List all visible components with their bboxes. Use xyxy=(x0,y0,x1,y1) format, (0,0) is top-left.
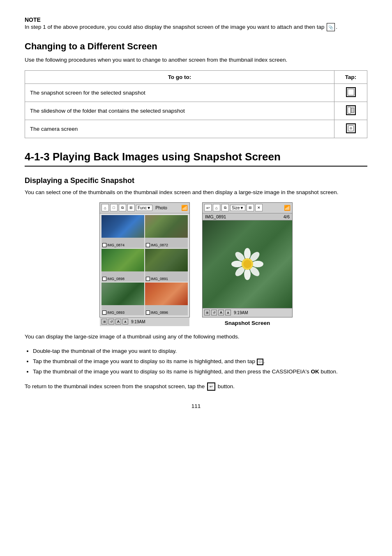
square-icon: □ xyxy=(110,204,118,211)
snap-image-area xyxy=(203,220,292,308)
flower-svg xyxy=(229,246,266,283)
section-413-heading: 4-1-3 Playing Back Images using Snapshot… xyxy=(25,151,367,167)
thumb-image-0893 xyxy=(101,283,144,305)
func-dropdown[interactable]: Func▼ xyxy=(136,205,152,211)
thumbnail-0898[interactable]: IMG_0898 xyxy=(101,249,144,282)
snap-btn2: ✕ xyxy=(255,204,263,211)
bullet-item-2: Tap the thumbnail of the image you want … xyxy=(33,357,367,366)
display-methods-intro: You can display the large-size image of … xyxy=(25,333,367,341)
status-icon-1: ⊞ xyxy=(101,319,107,324)
thumbnail-grid: IMG_0874 IMG_0872 IMG_0898 xyxy=(100,213,189,317)
thumb-name-0898: IMG_0898 xyxy=(107,277,125,281)
thumb-toolbar: ⌂ □ ⧉ ⊞ Func▼ Photo 📶 xyxy=(100,203,189,213)
thumb-image-0896 xyxy=(145,283,188,305)
thumbnail-0896[interactable]: IMG_0896 xyxy=(145,283,188,315)
svg-point-9 xyxy=(243,260,251,268)
return-text: To return to the thumbnail index screen … xyxy=(25,382,367,391)
thumbnail-0893[interactable]: IMG_0893 xyxy=(101,283,144,315)
photo-label: Photo xyxy=(155,205,167,210)
svg-point-2 xyxy=(231,261,243,267)
size-dropdown[interactable]: Size▼ xyxy=(230,205,245,211)
table-cell-row3-desc: The camera screen xyxy=(25,120,334,138)
snapshot-screen-icon xyxy=(346,87,356,97)
home-btn-icon: ⌂ xyxy=(213,204,220,211)
svg-point-3 xyxy=(252,261,263,267)
snap-status-icon-2: ↺ xyxy=(211,310,217,315)
grid-icon: ⊞ xyxy=(127,204,135,211)
return-button-icon: ↩ xyxy=(207,382,215,391)
table-cell-row3-icon xyxy=(334,120,367,138)
thumb-image-0874 xyxy=(101,215,144,238)
snap-image-count: 4/6 xyxy=(284,214,290,219)
thumb-checkbox-0872[interactable] xyxy=(146,243,150,247)
thumb-status-bar: ⊞ ↺ A A 9:19AM xyxy=(100,317,189,326)
svg-point-0 xyxy=(244,248,251,259)
snapshot-screen: ↩ ⌂ ⧉ Size▼ ⊞ ✕ 📶 IMG_0891 4/6 xyxy=(202,202,293,317)
snap-status-bar: ⊞ ↺ A A 9:19AM xyxy=(203,308,292,317)
pages-icon: ⧉ xyxy=(119,204,126,211)
thumbnail-0874[interactable]: IMG_0874 xyxy=(101,215,144,248)
bullet-item-1: Double-tap the thumbnail of the image yo… xyxy=(33,347,367,356)
snap-status-icon-1: ⊞ xyxy=(204,310,210,315)
thumbnail-0891[interactable]: IMG_0891 xyxy=(145,249,188,282)
snap-wifi-icon: 📶 xyxy=(284,205,291,211)
snap-toolbar: ↩ ⌂ ⧉ Size▼ ⊞ ✕ 📶 xyxy=(203,203,292,213)
table-cell-row1-icon xyxy=(334,83,367,102)
inline-icon-note: 📎. xyxy=(326,24,337,30)
table-col1-header: To go to: xyxy=(25,70,334,83)
thumb-checkbox-0874[interactable] xyxy=(102,243,106,247)
thumb-checkbox-0891[interactable] xyxy=(146,277,150,281)
status-icon-A: A xyxy=(115,319,121,324)
wifi-icon: 📶 xyxy=(181,205,188,211)
thumb-name-0896: IMG_0896 xyxy=(151,310,168,315)
display-methods-list: Double-tap the thumbnail of the image yo… xyxy=(33,347,367,377)
screenshots-area: ⌂ □ ⧉ ⊞ Func▼ Photo 📶 IMG_0874 xyxy=(25,202,367,326)
thumb-image-0891 xyxy=(145,249,188,271)
status-icon-2: ↺ xyxy=(108,319,114,324)
snap-time: 9:19AM xyxy=(234,310,248,315)
thumb-name-0891: IMG_0891 xyxy=(151,277,168,281)
changing-screen-heading: Changing to a Different Screen xyxy=(25,41,367,52)
snap-screen-label: Snapshot Screen xyxy=(225,320,270,326)
displaying-snapshot-desc: You can select one of the thumbnails on … xyxy=(25,188,367,197)
status-icon-A2: A xyxy=(122,319,128,324)
snapshot-tap-icon: □ xyxy=(257,359,263,365)
thumbnail-0872[interactable]: IMG_0872 xyxy=(145,215,188,248)
table-col2-header: Tap: xyxy=(334,70,367,83)
thumbnail-index-screen: ⌂ □ ⧉ ⊞ Func▼ Photo 📶 IMG_0874 xyxy=(99,202,190,317)
thumb-image-0872 xyxy=(145,215,188,238)
thumb-checkbox-0893[interactable] xyxy=(102,310,106,315)
copy-btn-icon: ⧉ xyxy=(221,204,229,211)
thumb-name-0872: IMG_0872 xyxy=(151,243,168,247)
snap-btn1: ⊞ xyxy=(247,204,254,211)
table-cell-row2-icon xyxy=(334,102,367,120)
home-icon: ⌂ xyxy=(101,204,109,211)
table-cell-row2-desc: The slideshow of the folder that contain… xyxy=(25,102,334,120)
changing-screen-desc: Use the following procedures when you wa… xyxy=(25,56,367,64)
snap-image-id: IMG_0891 xyxy=(205,214,226,219)
note-label: NOTE xyxy=(25,16,367,23)
svg-point-1 xyxy=(244,269,251,280)
thumb-image-0898 xyxy=(101,249,144,271)
slideshow-icon xyxy=(346,105,356,115)
table-row: The snapshot screen for the selected sna… xyxy=(25,83,367,102)
thumb-checkbox-0898[interactable] xyxy=(102,277,106,281)
thumb-time: 9:19AM xyxy=(131,320,145,324)
attach-icon: 📎 xyxy=(327,23,335,31)
note-section: NOTE In step 1 of the above procedure, y… xyxy=(25,16,367,31)
navigation-table: To go to: Tap: The snapshot screen for t… xyxy=(25,70,367,138)
thumb-name-0874: IMG_0874 xyxy=(107,243,125,247)
back-btn-icon: ↩ xyxy=(204,204,212,211)
table-row: The slideshow of the folder that contain… xyxy=(25,102,367,120)
note-text: In step 1 of the above procedure, you co… xyxy=(25,23,367,31)
displaying-snapshot-section: Displaying a Specific Snapshot You can s… xyxy=(25,176,367,391)
table-cell-row1-desc: The snapshot screen for the selected sna… xyxy=(25,83,334,102)
table-row: The camera screen xyxy=(25,120,367,138)
snap-status-A2: A xyxy=(225,310,231,315)
bullet-item-3: Tap the thumbnail of the image you want … xyxy=(33,367,367,377)
thumb-checkbox-0896[interactable] xyxy=(146,310,150,315)
snap-status-A: A xyxy=(218,310,224,315)
displaying-snapshot-heading: Displaying a Specific Snapshot xyxy=(25,176,367,185)
thumb-name-0893: IMG_0893 xyxy=(107,310,125,315)
page-number: 111 xyxy=(25,403,367,409)
